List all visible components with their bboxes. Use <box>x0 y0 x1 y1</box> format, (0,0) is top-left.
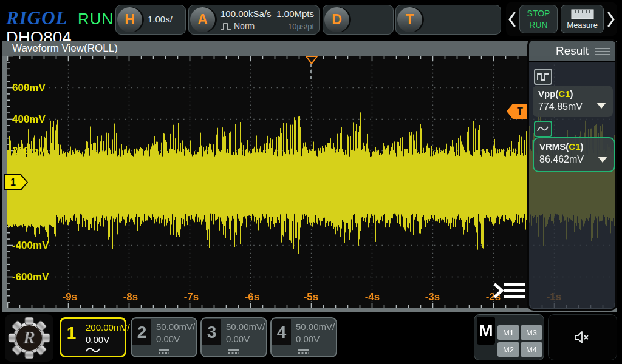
measurement-value: 774.85mV <box>538 101 583 112</box>
t-icon[interactable]: T <box>397 7 422 32</box>
measure-button[interactable]: Measure <box>561 5 604 33</box>
bottom-bar: R 1 200.00mV/ 0.00V 2 50.00mV/ 0.00V 3 5… <box>0 312 622 364</box>
dc-coupling-icon <box>132 349 196 354</box>
top-bar: RIGOL RUN H 1.00s/ A 100.00kSa/s Norm 1.… <box>0 0 622 38</box>
measurement-label: Vpp(C1) <box>538 89 573 99</box>
horizontal-settings-button[interactable]: H 1.00s/ <box>115 5 186 35</box>
math-m4-button[interactable]: M4 <box>521 342 542 357</box>
menu-icon[interactable] <box>595 46 610 57</box>
channel-4-button[interactable]: 4 50.00mV/ 0.00V <box>270 317 337 357</box>
decode-settings-button[interactable]: D <box>323 5 394 35</box>
channel-scale: 50.00mV/ <box>226 322 265 332</box>
square-wave-icon <box>534 69 552 85</box>
measure-label: Measure <box>567 21 598 30</box>
pulse-icon <box>220 22 231 30</box>
channel-scale: 50.00mV/ <box>296 322 335 332</box>
a-icon[interactable]: A <box>190 7 215 32</box>
trigger-settings-button[interactable]: T <box>395 5 501 35</box>
channel-offset: 0.00V <box>226 334 250 344</box>
measurement-vrms[interactable]: VRMS(C1) 86.462mV <box>533 137 615 172</box>
acquisition-settings-button[interactable]: A 100.00kSa/s Norm 1.00Mpts 10µs/pt <box>188 5 320 35</box>
waveform-canvas <box>7 56 617 308</box>
rigol-logo: RIGOL <box>6 7 67 29</box>
plot-area[interactable]: 600mV 400mV 200mV -200mV -400mV -600mV -… <box>7 56 617 308</box>
channel-offset: 0.00V <box>156 334 180 344</box>
channel-number: 3 <box>202 319 221 345</box>
sample-resolution: 10µs/pt <box>288 22 314 31</box>
sine-wave-icon <box>534 121 552 137</box>
ruler-icon <box>571 9 594 19</box>
math-group: M M1 M3 M2 M4 <box>474 314 544 360</box>
waveform-view-title: Waveform View(ROLL) <box>2 41 617 56</box>
dc-coupling-icon <box>202 349 266 354</box>
channel-scale: 50.00mV/ <box>156 322 195 332</box>
dropdown-arrow-icon[interactable] <box>596 103 606 109</box>
oscilloscope-screen: RIGOL RUN H 1.00s/ A 100.00kSa/s Norm 1.… <box>0 0 622 364</box>
sample-rate: 100.00kSa/s <box>220 8 271 19</box>
run-label: RUN <box>529 19 547 30</box>
acquire-mode: Norm <box>234 21 255 31</box>
math-m2-button[interactable]: M2 <box>497 342 519 357</box>
channel-3-button[interactable]: 3 50.00mV/ 0.00V <box>200 317 267 357</box>
channel-offset: 0.00V <box>296 334 320 344</box>
rigol-gear-logo[interactable]: R <box>5 314 53 362</box>
measurement-value: 86.462mV <box>539 154 584 165</box>
stop-run-button[interactable]: STOP RUN <box>519 5 558 33</box>
h-icon[interactable]: H <box>117 7 142 32</box>
channel-2-button[interactable]: 2 50.00mV/ 0.00V <box>131 317 197 357</box>
channel-1-button[interactable]: 1 200.00mV/ 0.00V <box>60 317 126 357</box>
toolbar-quick-controls: STOP RUN Measure <box>506 2 617 36</box>
divider <box>529 61 615 62</box>
timebase-value: 1.00s/ <box>148 14 173 24</box>
result-panel: Result Vpp(C1) 774.85mV VRMS(C1) 86.462m… <box>527 39 617 311</box>
dropdown-arrow-icon[interactable] <box>598 157 607 163</box>
expand-menu-icon[interactable] <box>492 281 527 300</box>
svg-text:R: R <box>22 327 35 347</box>
memory-depth: 1.00Mpts <box>276 8 314 19</box>
math-m3-button[interactable]: M3 <box>521 325 542 340</box>
channel-number: 2 <box>132 319 151 345</box>
speaker-panel[interactable] <box>548 314 617 360</box>
channel-scale: 200.00mV/ <box>86 322 130 332</box>
channel-number: 1 <box>62 320 81 346</box>
d-icon[interactable]: D <box>324 7 349 32</box>
mute-speaker-icon <box>573 330 592 345</box>
stop-label: STOP <box>524 8 552 19</box>
toolbar-prev-icon[interactable] <box>508 7 516 32</box>
math-m1-button[interactable]: M1 <box>497 325 519 340</box>
toolbar-next-icon[interactable] <box>607 7 615 32</box>
channel-number: 4 <box>272 319 291 345</box>
run-status: RUN <box>78 10 114 29</box>
measurement-vpp[interactable]: Vpp(C1) 774.85mV <box>533 86 613 117</box>
waveform-window: Waveform View(ROLL) 600mV 400mV 200mV -2… <box>2 41 617 312</box>
math-button[interactable]: M <box>477 317 495 345</box>
dc-coupling-icon <box>272 349 336 354</box>
measurement-label: VRMS(C1) <box>539 141 584 152</box>
ac-coupling-icon <box>61 346 125 354</box>
channel-offset: 0.00V <box>86 334 109 345</box>
trigger-position-icon[interactable] <box>306 56 318 64</box>
